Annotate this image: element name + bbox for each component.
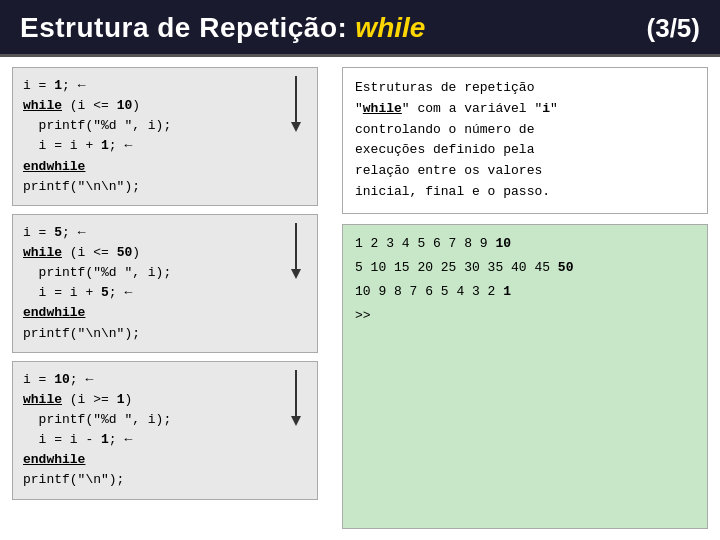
left-panel: i = 1; ← while (i <= 10) printf("%d ", i… bbox=[0, 57, 330, 539]
description-box: Estruturas de repetição "while" com a va… bbox=[342, 67, 708, 214]
desc-line-4: execuções definido pela bbox=[355, 140, 695, 161]
down-arrow-3 bbox=[285, 368, 307, 428]
output-box: 1 2 3 4 5 6 7 8 9 10 5 10 15 20 25 30 35… bbox=[342, 224, 708, 529]
svg-marker-1 bbox=[291, 122, 301, 132]
desc-line-5: relação entre os valores bbox=[355, 161, 695, 182]
right-panel: Estruturas de repetição "while" com a va… bbox=[330, 57, 720, 539]
output-line-3: 10 9 8 7 6 5 4 3 2 1 bbox=[355, 281, 695, 303]
code-block-3: i = 10; ← while (i >= 1) printf("%d ", i… bbox=[12, 361, 318, 500]
output-line-2: 5 10 15 20 25 30 35 40 45 50 bbox=[355, 257, 695, 279]
down-arrow-1 bbox=[285, 74, 307, 134]
desc-line-2: "while" com a variável "i" bbox=[355, 99, 695, 120]
svg-marker-5 bbox=[291, 416, 301, 426]
output-line-4: >> bbox=[355, 305, 695, 327]
header-keyword: while bbox=[355, 12, 425, 44]
svg-marker-3 bbox=[291, 269, 301, 279]
output-line-1: 1 2 3 4 5 6 7 8 9 10 bbox=[355, 233, 695, 255]
header-badge: (3/5) bbox=[647, 13, 700, 44]
down-arrow-2 bbox=[285, 221, 307, 281]
desc-line-1: Estruturas de repetição bbox=[355, 78, 695, 99]
code-block-2: i = 5; ← while (i <= 50) printf("%d ", i… bbox=[12, 214, 318, 353]
header: Estrutura de Repetição: while (3/5) bbox=[0, 0, 720, 57]
desc-line-3: controlando o número de bbox=[355, 120, 695, 141]
desc-line-6: inicial, final e o passo. bbox=[355, 182, 695, 203]
code-block-1: i = 1; ← while (i <= 10) printf("%d ", i… bbox=[12, 67, 318, 206]
header-title: Estrutura de Repetição: bbox=[20, 12, 347, 44]
